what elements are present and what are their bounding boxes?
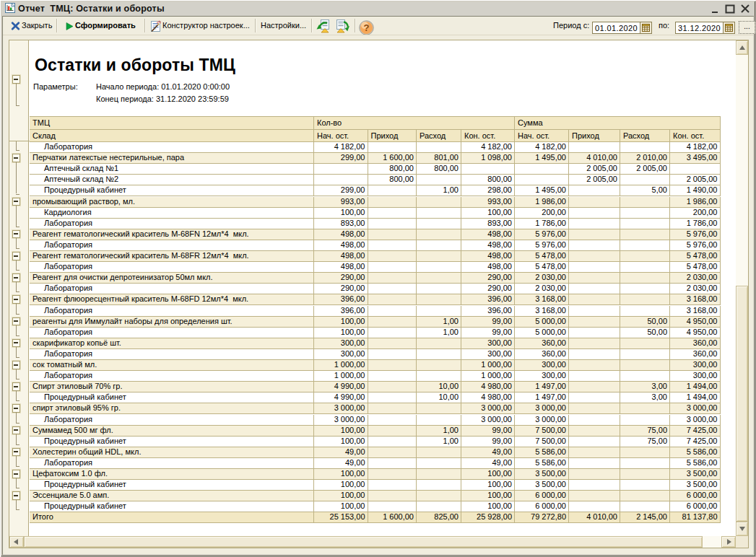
toolbar: Закрыть Сформировать Конструктор настрое…: [3, 17, 753, 35]
table-row-name[interactable]: Перчатки латекстые нестерильные, пара: [30, 153, 314, 164]
collapse-group-button[interactable]: [12, 230, 21, 239]
horizontal-scroll-thumb[interactable]: [24, 536, 703, 548]
restore-settings-icon[interactable]: [316, 19, 331, 33]
table-row-value: [569, 501, 620, 512]
table-row-name[interactable]: Лаборатория: [30, 262, 314, 273]
table-row-value: 4 010,00: [569, 512, 620, 523]
table-row-value: [569, 480, 620, 491]
period-from-calendar-button[interactable]: [640, 22, 651, 33]
collapse-group-button[interactable]: [12, 317, 21, 326]
table-row-name[interactable]: Лаборатория: [30, 219, 314, 229]
table-row-name[interactable]: спирт этиловый 95% гр.: [30, 403, 314, 414]
table-row-name[interactable]: Суммамед 500 мг фл.: [30, 426, 314, 437]
period-to-value[interactable]: 31.12.2020: [676, 22, 723, 33]
collapse-group-button[interactable]: [12, 295, 21, 304]
right-arrow-icon: [727, 539, 731, 545]
table-row-name[interactable]: Реагент для очистки депротеинизатор 50мл…: [30, 273, 314, 284]
collapse-group-button[interactable]: [12, 491, 21, 500]
table-row-name[interactable]: сок томатный мл.: [30, 360, 314, 371]
table-row-name[interactable]: Итого: [30, 512, 314, 523]
collapse-group-button[interactable]: [12, 273, 21, 282]
table-row-name[interactable]: Процедурный кабинет: [30, 501, 314, 512]
table-row-value: 99,00: [461, 426, 515, 437]
table-row-name[interactable]: Лаборатория: [30, 415, 314, 426]
table-row-value: 5 976,00: [515, 240, 569, 251]
table-row-name[interactable]: Лаборатория: [30, 306, 314, 317]
table-row-value: [417, 458, 461, 469]
table-row-name[interactable]: Лаборатория: [30, 371, 314, 382]
group-bracket-end: [16, 400, 19, 401]
scroll-down-button[interactable]: [736, 522, 748, 536]
table-row-name[interactable]: Лаборатория: [30, 142, 314, 153]
table-row-name[interactable]: Процедурный кабинет: [30, 392, 314, 403]
collapse-group-button[interactable]: [12, 470, 21, 478]
table-row-value: 2 030,00: [670, 284, 721, 294]
table-row-name[interactable]: Лаборатория: [30, 349, 314, 360]
period-from-value[interactable]: 01.01.2020: [593, 22, 640, 33]
table-row-value: [417, 306, 461, 317]
table-row-name[interactable]: Процедурный кабинет: [30, 185, 314, 196]
table-row-name[interactable]: Цефатоксим 1.0 фл.: [30, 469, 314, 480]
maximize-button[interactable]: [725, 4, 735, 14]
period-from-field[interactable]: 01.01.2020: [592, 22, 652, 34]
period-to-calendar-button[interactable]: [723, 22, 734, 33]
table-row-value: 1 497,00: [515, 382, 569, 392]
table-row-name[interactable]: промывающий раствор, мл.: [30, 197, 314, 208]
table-row-value: [620, 491, 670, 501]
collapse-group-button[interactable]: [12, 404, 21, 413]
table-row-value: 498,00: [461, 229, 515, 240]
collapse-group-button[interactable]: [12, 426, 21, 435]
scroll-up-button[interactable]: [736, 40, 748, 55]
table-row-value: [569, 426, 620, 437]
table-row-name[interactable]: Кардиология: [30, 208, 314, 219]
table-row-name[interactable]: Спирт этиловый 70% гр.: [30, 382, 314, 392]
table-row-name[interactable]: Лаборатория: [30, 240, 314, 251]
vertical-scrollbar[interactable]: [736, 40, 748, 536]
table-row-value: [620, 142, 670, 153]
table-row-name[interactable]: Аптечный склад №2: [30, 175, 314, 185]
table-row-name[interactable]: Лаборатория: [30, 328, 314, 338]
collapse-group-button[interactable]: [12, 252, 21, 260]
collapse-group-button[interactable]: [12, 382, 21, 391]
table-row-value: [417, 294, 461, 305]
collapse-group-button[interactable]: [12, 339, 21, 348]
scroll-right-button[interactable]: [721, 536, 736, 548]
table-row-value: [417, 469, 461, 480]
table-row-name[interactable]: Реагент флюоресцентный краситель М-68FD …: [30, 294, 314, 305]
save-settings-icon[interactable]: [334, 19, 350, 33]
table-row-value: [417, 371, 461, 382]
horizontal-scrollbar[interactable]: [9, 536, 736, 548]
table-row-value: 2 030,00: [670, 273, 721, 284]
minimize-button[interactable]: [711, 4, 721, 14]
collapse-group-button[interactable]: [12, 361, 21, 369]
table-row-value: 4 182,00: [314, 142, 368, 153]
scroll-left-button[interactable]: [9, 536, 24, 548]
table-row-name[interactable]: Эссенциале 5.0 амп.: [30, 491, 314, 501]
group-bracket-line: [16, 478, 17, 488]
table-row-value: 99,00: [461, 328, 515, 338]
collapse-group-button[interactable]: [12, 75, 21, 84]
collapse-group-button[interactable]: [12, 448, 21, 457]
table-row-name[interactable]: Лаборатория: [30, 284, 314, 294]
table-row-value: [417, 338, 461, 349]
table-row-name[interactable]: Реагент гематологический краситель М-68F…: [30, 229, 314, 240]
collapse-group-button[interactable]: [12, 198, 21, 206]
table-row-name[interactable]: скарификатор копьё шт.: [30, 338, 314, 349]
period-to-field[interactable]: 31.12.2020: [675, 22, 735, 34]
table-row-name[interactable]: Процедурный кабинет: [30, 480, 314, 491]
table-row-name[interactable]: Реагент гематологический краситель М-68F…: [30, 251, 314, 262]
table-row-name[interactable]: Лаборатория: [30, 458, 314, 469]
table-row-name[interactable]: Холестерин общий HDL, мкл.: [30, 447, 314, 458]
period-more-button[interactable]: ...: [739, 21, 755, 34]
close-window-button[interactable]: [740, 4, 750, 14]
table-row-value: 498,00: [461, 262, 515, 273]
table-row-value: 10,00: [417, 392, 461, 403]
collapse-group-button[interactable]: [12, 154, 21, 162]
table-row-name[interactable]: Процедурный кабинет: [30, 437, 314, 447]
table-row-name[interactable]: Аптечный склад №1: [30, 164, 314, 175]
column-subheader-2: Приход: [368, 130, 417, 143]
table-row-value: 396,00: [461, 306, 515, 317]
table-row-name[interactable]: реагенты для Иммулайт наборы для определ…: [30, 317, 314, 328]
vertical-scroll-thumb[interactable]: [736, 286, 748, 522]
help-icon[interactable]: ?: [359, 20, 374, 35]
